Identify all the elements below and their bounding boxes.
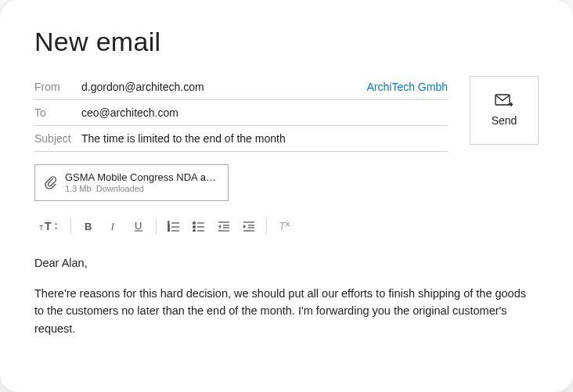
- toolbar-separator: [266, 218, 267, 234]
- page-title: New email: [34, 27, 539, 57]
- to-input[interactable]: [81, 106, 448, 119]
- italic-button[interactable]: I: [101, 215, 126, 237]
- attachment-text: GSMA Mobile Congress NDA ag… 1.3 Mb Down…: [65, 171, 220, 194]
- indent-button[interactable]: [236, 215, 261, 237]
- svg-point-13: [193, 222, 196, 225]
- svg-text:T: T: [39, 224, 44, 232]
- email-body[interactable]: Dear Alan, There're reasons for this har…: [34, 254, 539, 337]
- send-label: Send: [492, 114, 517, 127]
- subject-row: Subject: [34, 126, 448, 152]
- attachment-size: 1.3 Mb: [65, 184, 92, 193]
- compose-email-card: New email From ArchiTech Gmbh To Subject: [0, 0, 573, 392]
- header-fields: From ArchiTech Gmbh To Subject: [34, 74, 448, 152]
- body-greeting: Dear Alan,: [34, 254, 539, 272]
- from-label: From: [34, 81, 81, 93]
- svg-point-15: [193, 226, 196, 228]
- from-input[interactable]: [81, 81, 367, 93]
- svg-text:T: T: [279, 220, 286, 232]
- svg-text:T: T: [45, 220, 52, 232]
- toolbar-separator: [70, 218, 71, 234]
- account-link[interactable]: ArchiTech Gmbh: [367, 81, 448, 93]
- outdent-button[interactable]: [211, 215, 236, 237]
- svg-text:B: B: [85, 221, 92, 232]
- svg-text:U: U: [135, 220, 142, 232]
- subject-input[interactable]: [81, 132, 448, 145]
- font-size-button[interactable]: T T: [34, 215, 66, 237]
- send-mail-icon: [495, 94, 514, 108]
- toolbar-separator: [156, 218, 157, 234]
- body-paragraph: There're reasons for this hard decision,…: [34, 285, 539, 337]
- from-row: From ArchiTech Gmbh: [34, 74, 448, 100]
- header-area: From ArchiTech Gmbh To Subject: [34, 74, 539, 152]
- bold-button[interactable]: B: [76, 215, 101, 237]
- ordered-list-button[interactable]: 1 2 3: [161, 215, 186, 237]
- format-toolbar: T T B I U 1 2 3: [34, 215, 539, 237]
- svg-point-17: [193, 230, 196, 232]
- bullet-list-button[interactable]: [186, 215, 211, 237]
- clear-formatting-button[interactable]: T: [272, 215, 297, 237]
- to-row: To: [34, 100, 448, 126]
- subject-label: Subject: [34, 132, 81, 145]
- svg-text:3: 3: [168, 228, 170, 232]
- underline-button[interactable]: U: [126, 215, 151, 237]
- attachment-meta: 1.3 Mb Downloaded: [65, 184, 220, 194]
- paperclip-icon: [43, 174, 57, 192]
- svg-text:I: I: [111, 221, 114, 232]
- attachment-name: GSMA Mobile Congress NDA ag…: [65, 171, 220, 183]
- send-button[interactable]: Send: [470, 76, 539, 145]
- attachment-status: Downloaded: [96, 184, 144, 193]
- attachment-chip[interactable]: GSMA Mobile Congress NDA ag… 1.3 Mb Down…: [34, 164, 229, 201]
- to-label: To: [34, 106, 81, 119]
